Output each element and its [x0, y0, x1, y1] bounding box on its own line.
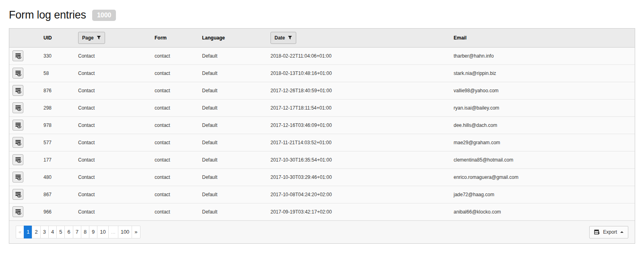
count-badge: 1000 [92, 10, 116, 21]
cell-page: Contact [74, 151, 151, 168]
column-header-date: Date [266, 29, 450, 47]
view-record-button[interactable] [12, 102, 23, 113]
pagination-next[interactable]: » [132, 226, 140, 239]
cell-page: Contact [74, 186, 151, 203]
record-details-icon [15, 191, 21, 198]
pagination-page-3[interactable]: 3 [40, 226, 49, 239]
export-button[interactable]: Export [589, 226, 628, 238]
table-row: 876ContactcontactDefault2017-12-26T18:40… [9, 82, 635, 99]
cell-form: contact [151, 116, 198, 134]
pagination-page-9[interactable]: 9 [89, 226, 97, 239]
pagination-page-6[interactable]: 6 [64, 226, 73, 239]
cell-language: Default [198, 116, 266, 134]
cell-form: contact [151, 64, 198, 82]
pagination-page-4[interactable]: 4 [48, 226, 57, 239]
view-record-button[interactable] [12, 50, 23, 61]
table-row: 966ContactcontactDefault2017-09-19T03:42… [9, 203, 635, 220]
pagination-page-100[interactable]: 100 [118, 226, 132, 239]
column-header-form: Form [151, 29, 198, 47]
cell-page: Contact [74, 116, 151, 134]
cell-email: ryan.isai@bailey.com [450, 99, 635, 116]
cell-date: 2017-09-19T03:42:17+02:00 [266, 203, 450, 220]
cell-date: 2017-10-30T16:35:54+01:00 [266, 151, 450, 168]
pagination-page-5[interactable]: 5 [56, 226, 65, 239]
record-details-icon [15, 87, 21, 94]
cell-actions [9, 47, 39, 64]
pagination-page-8[interactable]: 8 [81, 226, 89, 239]
cell-date: 2018-02-13T10:48:16+01:00 [266, 64, 450, 82]
view-record-button[interactable] [12, 206, 23, 217]
pagination-page-1[interactable]: 1 [24, 226, 32, 239]
cell-language: Default [198, 203, 266, 220]
cell-page: Contact [74, 47, 151, 64]
cell-uid: 577 [39, 134, 74, 151]
export-button-label: Export [603, 229, 617, 235]
cell-email: vallie98@yahoo.com [450, 82, 635, 99]
cell-page: Contact [74, 99, 151, 116]
cell-language: Default [198, 82, 266, 99]
table-row: 867ContactcontactDefault2017-10-08T04:24… [9, 186, 635, 203]
cell-email: stark.nia@rippin.biz [450, 64, 635, 82]
cell-language: Default [198, 151, 266, 168]
cell-form: contact [151, 82, 198, 99]
filter-icon [288, 35, 292, 40]
view-record-button[interactable] [12, 120, 23, 131]
cell-form: contact [151, 186, 198, 203]
cell-email: jade72@haag.com [450, 186, 635, 203]
cell-form: contact [151, 99, 198, 116]
date-filter-label: Date [275, 35, 285, 41]
view-record-button[interactable] [12, 137, 23, 148]
column-header-page: Page [74, 29, 151, 47]
page-title: Form log entries [9, 9, 86, 21]
cell-uid: 58 [39, 64, 74, 82]
cell-date: 2017-12-26T18:40:59+01:00 [266, 82, 450, 99]
cell-language: Default [198, 186, 266, 203]
cell-form: contact [151, 47, 198, 64]
pagination-page-10[interactable]: 10 [97, 226, 108, 239]
record-details-icon [15, 157, 21, 163]
cell-form: contact [151, 134, 198, 151]
cell-actions [9, 64, 39, 82]
cell-uid: 298 [39, 99, 74, 116]
cell-actions [9, 203, 39, 220]
cell-form: contact [151, 203, 198, 220]
column-header-language: Language [198, 29, 266, 47]
export-table-icon [594, 229, 600, 235]
cell-email: mae29@graham.com [450, 134, 635, 151]
cell-date: 2017-10-30T03:29:46+01:00 [266, 168, 450, 186]
pagination-page-7[interactable]: 7 [73, 226, 81, 239]
column-header-email: Email [450, 29, 635, 47]
cell-language: Default [198, 47, 266, 64]
column-header-actions [9, 29, 39, 47]
table-row: 577ContactcontactDefault2017-11-21T14:03… [9, 134, 635, 151]
table-row: 330ContactcontactDefault2018-02-22T11:04… [9, 47, 635, 64]
cell-date: 2017-11-21T14:03:52+01:00 [266, 134, 450, 151]
cell-email: clementina85@hotmail.com [450, 151, 635, 168]
caret-up-icon [620, 231, 623, 233]
view-record-button[interactable] [12, 172, 23, 182]
view-record-button[interactable] [12, 68, 23, 79]
cell-uid: 330 [39, 47, 74, 64]
cell-page: Contact [74, 203, 151, 220]
view-record-button[interactable] [12, 154, 23, 165]
cell-actions [9, 99, 39, 116]
record-details-icon [15, 105, 21, 111]
date-filter-button[interactable]: Date [270, 32, 296, 44]
view-record-button[interactable] [12, 189, 23, 200]
cell-uid: 867 [39, 186, 74, 203]
cell-language: Default [198, 64, 266, 82]
view-record-button[interactable] [12, 85, 23, 96]
page-filter-button[interactable]: Page [78, 32, 105, 44]
table-row: 480ContactcontactDefault2017-10-30T03:29… [9, 168, 635, 186]
cell-actions [9, 151, 39, 168]
pagination-page-2[interactable]: 2 [32, 226, 40, 239]
cell-actions [9, 186, 39, 203]
cell-date: 2018-02-22T11:04:06+01:00 [266, 47, 450, 64]
table-row: 177ContactcontactDefault2017-10-30T16:35… [9, 151, 635, 168]
cell-date: 2017-12-17T18:11:54+01:00 [266, 99, 450, 116]
table-row: 58ContactcontactDefault2018-02-13T10:48:… [9, 64, 635, 82]
form-log-table: UID Page Form Language Date [9, 28, 635, 244]
cell-page: Contact [74, 82, 151, 99]
cell-actions [9, 116, 39, 134]
cell-date: 2017-10-08T04:24:20+02:00 [266, 186, 450, 203]
